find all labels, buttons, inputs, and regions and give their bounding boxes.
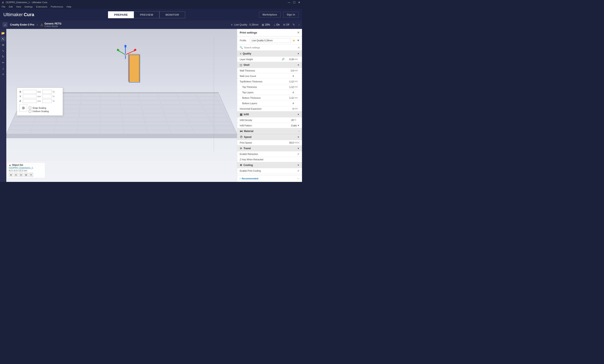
object-list-title: Object list	[12, 164, 23, 166]
infill-pattern-value: Cubic	[291, 124, 297, 127]
support-icon: ⊥	[274, 23, 276, 26]
menu-extensions[interactable]: Extensions	[36, 5, 47, 8]
tool-scale[interactable]: ⤡	[1, 48, 6, 53]
search-settings-input[interactable]	[244, 46, 297, 49]
menu-settings[interactable]: Settings	[24, 5, 33, 8]
minimize-button[interactable]: —	[288, 1, 290, 4]
section-quality[interactable]: ≡ Quality ▼	[237, 51, 302, 57]
input-y-mm[interactable]: 6	[23, 95, 37, 98]
unit-x-mm: mm	[37, 91, 41, 93]
section-speed[interactable]: ⏱ Speed ▼	[237, 134, 302, 140]
infill-icon: ▦	[262, 23, 264, 26]
profile-star[interactable]: ★	[293, 39, 295, 42]
menu-view[interactable]: View	[16, 5, 21, 8]
dots-button[interactable]: ···	[297, 177, 300, 180]
profile-value-field[interactable]: Low Quality 0.28mm	[250, 38, 291, 43]
obj-action-remove[interactable]: ⊖	[14, 173, 18, 177]
tool-open[interactable]: 📂	[1, 31, 6, 36]
marketplace-button[interactable]: Marketplace	[259, 12, 281, 18]
tool-select[interactable]: ↖	[1, 36, 6, 41]
snap-scaling-checkbox[interactable]	[29, 107, 31, 109]
material-info: ⚠ Generic PETG 0.4mm Nozzle	[40, 22, 62, 27]
settings-menu-icon[interactable]: ≡	[298, 46, 300, 49]
infill-pattern-dropdown[interactable]: Cubic ▼	[291, 124, 300, 127]
setting-infill-pattern: Infill Pattern Cubic ▼	[237, 123, 302, 128]
enable-retraction-check: ✓	[297, 153, 300, 156]
tool-rotate[interactable]: ↻	[1, 54, 6, 59]
material-chevron[interactable]: ›	[299, 130, 300, 133]
setting-infill-density: Infill Density 20 %	[237, 117, 302, 123]
obj-action-group[interactable]: ⊡	[19, 173, 23, 177]
menu-preferences[interactable]: Preferences	[51, 5, 63, 8]
obj-action-duplicate[interactable]: ⊕	[9, 173, 13, 177]
print-speed-unit: mm/s	[294, 141, 300, 144]
cooling-label: Cooling	[243, 164, 253, 167]
setting-bottom-layers: Bottom Layers 4	[237, 101, 302, 106]
speed-chevron[interactable]: ▼	[297, 136, 300, 138]
tool-support[interactable]: ⊥	[1, 66, 6, 71]
setting-layer-height: Layer Height 🔗 0.28 mm	[237, 57, 302, 62]
recommended-button[interactable]: ‹ Recommended	[240, 177, 258, 180]
obj-action-merge[interactable]: ⊞	[24, 173, 28, 177]
input-z-mm[interactable]: 15.3	[23, 99, 37, 103]
subheader: 🖨 Creality Ender-3 Pro ‹ ⚠ Generic PETG …	[0, 21, 302, 29]
adhesion-info: ⊞ Off	[283, 23, 289, 26]
section-travel[interactable]: ✈ Travel ▼	[237, 146, 302, 151]
close-settings-button[interactable]: ✕	[297, 31, 300, 34]
maximize-button[interactable]: ☐	[293, 1, 295, 4]
infill-chevron[interactable]: ▼	[297, 113, 300, 116]
layer-height-link[interactable]: 🔗	[282, 58, 285, 61]
obj-action-delete[interactable]: ✕	[29, 173, 33, 177]
settings-toggle[interactable]: ✎	[293, 23, 295, 26]
infill-density-value: 20	[285, 119, 294, 121]
tab-monitor[interactable]: MONITOR	[159, 11, 185, 18]
panel-toggle[interactable]: ›	[298, 23, 300, 26]
menu-file[interactable]: File	[2, 5, 5, 8]
tool-mirror[interactable]: ⇔	[1, 60, 6, 65]
snap-scaling-row: Snap Scaling	[29, 107, 49, 109]
object-dims: 6.0 x 6.0 x 15.3 mm	[9, 170, 43, 172]
section-shell[interactable]: ◻ Shell ▼	[237, 62, 302, 68]
shell-chevron[interactable]: ▼	[297, 64, 300, 66]
wall-thickness-unit: mm	[294, 69, 300, 72]
travel-chevron[interactable]: ▼	[297, 147, 300, 150]
top-bottom-thickness-label: Top/Bottom Thickness	[240, 80, 285, 83]
material-icon: ⚠	[40, 23, 43, 27]
header: Ultimaker Cura PREPARE PREVIEW MONITOR M…	[0, 9, 302, 21]
quality-chevron[interactable]: ▼	[297, 52, 300, 55]
profile-chevron[interactable]: ▼	[297, 39, 300, 42]
section-infill[interactable]: ▦ Infill ▼	[237, 111, 302, 117]
adhesion-icon: ⊞	[283, 23, 285, 26]
scale-icon: ⊕	[20, 104, 27, 112]
top-bottom-thickness-value: 1.12	[285, 80, 294, 83]
cooling-chevron[interactable]: ▼	[297, 164, 300, 166]
input-x-pct[interactable]: 1000	[42, 90, 52, 94]
print-settings-header: Print settings ✕	[237, 29, 302, 36]
titlebar-controls[interactable]: — ☐ ✕	[288, 1, 300, 4]
tool-move[interactable]: ⊕	[1, 42, 6, 47]
travel-label: Travel	[243, 147, 251, 150]
quality-label: Quality	[243, 52, 251, 55]
top-thickness-unit: mm	[294, 86, 300, 88]
tool-layers[interactable]: ≡	[1, 72, 6, 77]
section-material[interactable]: ⧓ Material ›	[237, 128, 302, 134]
viewport[interactable]: X 6 mm 1000 % Y 6 mm 1000 % Z 15.3 mm 99…	[6, 29, 237, 182]
tab-preview[interactable]: PREVIEW	[134, 11, 159, 18]
close-button[interactable]: ✕	[298, 1, 300, 4]
menu-help[interactable]: Help	[66, 5, 71, 8]
object-list-chevron[interactable]: ▲	[9, 164, 11, 166]
menu-edit[interactable]: Edit	[9, 5, 13, 8]
setting-enable-print-cooling: Enable Print Cooling ✓	[237, 168, 302, 173]
input-y-pct[interactable]: 1000	[42, 95, 52, 98]
input-x-mm[interactable]: 6	[23, 90, 37, 94]
label-y: Y	[20, 95, 22, 98]
uniform-scaling-checkbox[interactable]	[29, 110, 31, 112]
input-z-pct[interactable]: 998.84	[42, 99, 52, 103]
logo-ultimaker: Ultimaker	[3, 12, 23, 17]
nav-back[interactable]: ‹	[37, 23, 38, 26]
tab-prepare[interactable]: PREPARE	[108, 11, 134, 18]
layer-height-label: Layer Height	[240, 58, 282, 61]
signin-button[interactable]: Sign in	[283, 12, 299, 18]
bottom-thickness-label: Bottom Thickness	[242, 97, 285, 99]
section-cooling[interactable]: ❄ Cooling ▼	[237, 162, 302, 168]
